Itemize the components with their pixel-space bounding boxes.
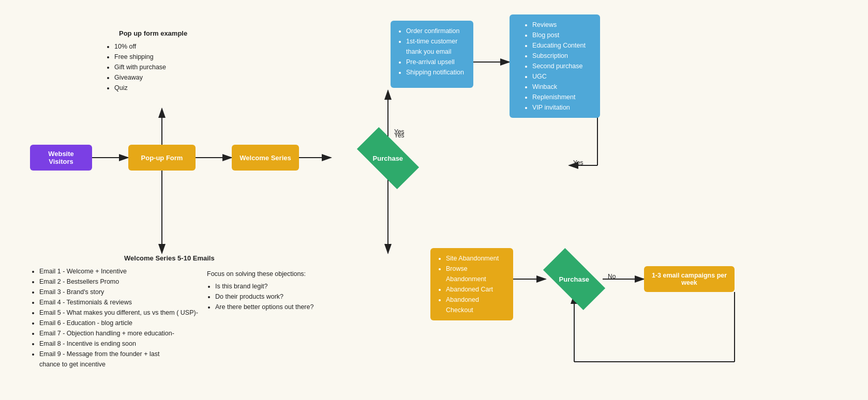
email-list: Email 1 - Welcome + Incentive Email 2 - … xyxy=(31,266,198,370)
welcome-series-heading: Welcome Series 5-10 Emails xyxy=(124,253,215,264)
yes2-label: Yes xyxy=(573,159,583,166)
objections-heading: Focus on solving these objections: Is th… xyxy=(207,269,313,312)
diagram-container: Yes Yes No Yes No Pop up form example 10… xyxy=(0,0,868,400)
popup-form-node: Pop-up Form xyxy=(128,145,196,171)
popup-form-items: 10% off Free shipping Gift with purchase… xyxy=(106,41,166,93)
popup-form-heading: Pop up form example xyxy=(119,28,187,39)
post-purchase-emails-node: Order confirmation 1st-time customer tha… xyxy=(391,21,473,88)
welcome-series-node: Welcome Series xyxy=(232,145,299,171)
no2-label: No xyxy=(608,273,616,280)
abandonment-node: Site Abandonment Browse Abandonment Aban… xyxy=(430,248,513,320)
website-visitors-node: Website Visitors xyxy=(30,145,92,171)
campaigns-node: 1-3 email campaigns per week xyxy=(644,266,735,292)
post-purchase-flows-node: Reviews Blog post Educating Content Subs… xyxy=(510,14,600,118)
purchase1-node: Purchase xyxy=(360,143,416,174)
purchase2-node: Purchase xyxy=(546,264,603,295)
yes1-label-pos: Yes xyxy=(394,128,405,135)
